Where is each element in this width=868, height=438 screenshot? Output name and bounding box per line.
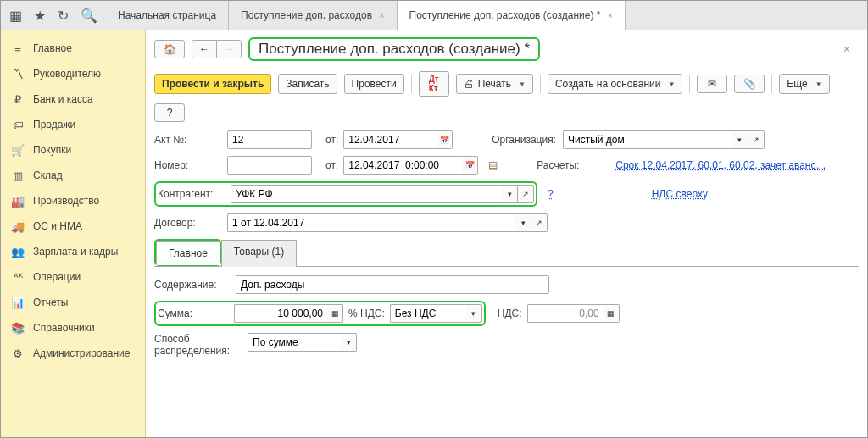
sidebar-item-operations[interactable]: ᴬᴷОперации [1,264,145,290]
tab-receipt[interactable]: Поступление доп. расходов× [229,1,397,30]
act-date-input[interactable] [343,130,437,149]
sidebar-item-salary[interactable]: 👥Зарплата и кадры [1,239,145,264]
truck-icon: 🚚 [11,219,25,233]
sidebar-item-assets[interactable]: 🚚ОС и НМА [1,213,145,239]
content-input[interactable] [236,275,549,294]
vat-amount-input[interactable] [527,304,604,323]
attach-button[interactable]: 📎 [734,75,765,93]
back-button[interactable]: ← [192,41,216,58]
menu-icon: ≡ [11,42,25,55]
sidebar-item-admin[interactable]: ⚙Администрирование [1,341,145,366]
cart-icon: 🛒 [11,143,25,157]
tab-receipt-create[interactable]: Поступление доп. расходов (создание) *× [398,1,626,30]
nav-buttons: ← → [192,40,242,58]
sidebar-item-reports[interactable]: 📊Отчеты [1,290,145,315]
sidebar: ≡Главное 〽Руководителю ₽Банк и касса 🏷Пр… [1,30,146,437]
calc-icon[interactable]: ▦ [604,304,620,323]
open-icon[interactable]: ↗ [531,213,548,232]
save-button[interactable]: Записать [278,74,337,94]
number-date-input[interactable] [343,156,462,175]
tab-home[interactable]: Начальная страница [106,1,229,30]
open-icon[interactable]: ↗ [748,130,765,149]
gear-icon: ⚙ [11,347,25,360]
email-button[interactable]: ✉ [697,75,727,93]
calc-icon[interactable]: ▦ [327,304,343,323]
create-based-button[interactable]: Создать на основании▼ [548,74,682,94]
reports-icon: 📊 [11,296,25,309]
tab-main[interactable]: Главное [156,241,220,265]
help-button[interactable]: ? [154,103,185,122]
dropdown-icon[interactable]: ▾ [466,304,482,323]
people-icon: 👥 [11,245,25,258]
dropdown-icon[interactable]: ▾ [502,185,518,203]
contract-input[interactable] [227,213,515,232]
close-icon[interactable]: × [379,10,384,20]
star-icon[interactable]: ★ [34,8,46,24]
sidebar-item-purchases[interactable]: 🛒Покупки [1,137,145,163]
dropdown-icon[interactable]: ▾ [515,213,531,232]
search-icon[interactable]: 🔍 [81,8,97,24]
tab-goods[interactable]: Товары (1) [221,240,297,267]
number-input[interactable] [227,156,312,175]
vat-rate-input[interactable] [390,304,466,323]
distribution-input[interactable] [248,333,341,352]
sidebar-item-warehouse[interactable]: ▥Склад [1,163,145,188]
act-no-input[interactable] [227,130,312,149]
calendar-icon[interactable]: 📅 [437,130,453,149]
sidebar-item-production[interactable]: 🏭Производство [1,188,145,213]
close-page-button[interactable]: × [835,42,859,56]
dropdown-icon[interactable]: ▾ [732,130,748,149]
more-button[interactable]: Еще▼ [779,74,829,94]
page-title: Поступление доп. расходов (создание) * [248,37,540,61]
vat-mode-link[interactable]: НДС сверху [652,188,708,200]
factory-icon: 🏭 [11,194,25,208]
home-button[interactable]: 🏠 [154,40,185,58]
boxes-icon: ▥ [11,169,25,182]
sidebar-item-directories[interactable]: 📚Справочники [1,315,145,341]
print-button[interactable]: 🖨Печать▼ [456,74,533,94]
counterparty-help[interactable]: ? [548,188,554,200]
act-no-label: Акт №: [154,134,222,146]
calc-link[interactable]: Срок 12.04.2017, 60.01, 60.02, зачет ава… [615,159,826,171]
tag-icon: 🏷 [11,118,25,131]
post-button[interactable]: Провести [344,74,404,94]
sidebar-item-sales[interactable]: 🏷Продажи [1,112,145,137]
chart-icon: 〽 [11,67,25,80]
calendar-icon[interactable]: 📅 [462,156,478,175]
org-input[interactable] [563,130,732,149]
apps-icon[interactable]: ▦ [9,8,22,24]
dropdown-icon[interactable]: ▾ [341,333,357,352]
printer-icon: 🖨 [464,78,474,90]
history-icon[interactable]: ↻ [58,8,69,24]
forward-button[interactable]: → [216,41,241,58]
topbar: ▦ ★ ↻ 🔍 Начальная страница Поступление д… [1,1,867,30]
info-icon[interactable]: ▤ [488,159,498,171]
close-icon[interactable]: × [607,10,612,20]
sidebar-item-main[interactable]: ≡Главное [1,36,145,61]
post-and-close-button[interactable]: Провести и закрыть [154,74,271,94]
open-icon[interactable]: ↗ [518,185,534,203]
book-icon: 📚 [11,321,25,335]
counterparty-input[interactable] [231,185,502,203]
sidebar-item-manager[interactable]: 〽Руководителю [1,61,145,86]
dt-kt-button[interactable]: ДтКт [419,71,449,97]
operations-icon: ᴬᴷ [11,270,25,284]
ruble-icon: ₽ [11,92,25,106]
sum-input[interactable] [234,304,327,323]
sidebar-item-bank[interactable]: ₽Банк и касса [1,86,145,112]
